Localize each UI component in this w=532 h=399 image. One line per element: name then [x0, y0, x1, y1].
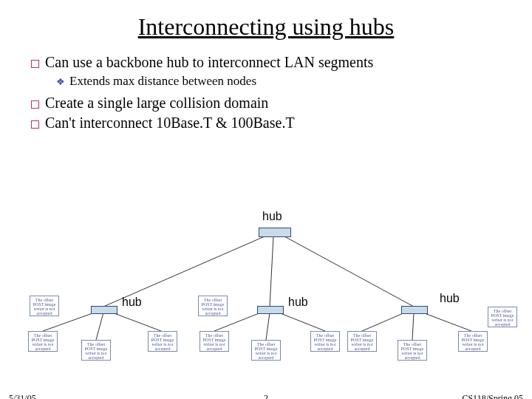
svg-line-11: [423, 313, 471, 331]
node-placeholder: The offset POST image writer is not acce…: [198, 296, 228, 316]
node-placeholder: The offset POST image writer is not acce…: [347, 331, 377, 352]
svg-line-8: [279, 313, 325, 331]
hub-label-top: hub: [262, 210, 282, 223]
bullet-icon: [31, 100, 39, 109]
svg-line-9: [362, 313, 405, 331]
bullet-1: Can use a backbone hub to interconnect L…: [31, 54, 532, 71]
footer-date: 5/31/05: [9, 393, 36, 399]
bullet-3-text: Can't interconnect 10Base.T & 100Base.T: [45, 115, 295, 131]
node-placeholder: The offset POST image writer is not acce…: [398, 340, 427, 361]
sub-bullet-1: ❖Extends max distance between nodes: [56, 74, 532, 89]
bullet-2: Create a single large collision domain: [31, 95, 532, 112]
svg-line-4: [96, 313, 103, 340]
hub-label-center: hub: [288, 296, 308, 309]
hub-box-left: [91, 306, 117, 314]
bullet-2-text: Create a single large collision domain: [45, 95, 268, 111]
node-placeholder: The offset POST image writer is not acce…: [148, 331, 177, 352]
bullet-3: Can't interconnect 10Base.T & 100Base.T: [31, 115, 532, 132]
svg-line-10: [412, 313, 414, 340]
svg-line-7: [266, 313, 270, 340]
node-placeholder: The offset POST image writer is not acce…: [251, 340, 281, 361]
svg-line-5: [112, 313, 161, 331]
hub-box-right: [401, 306, 428, 314]
node-placeholder: The offset POST image writer is not acce…: [200, 331, 229, 352]
footer-course: CS118/Spring 05: [462, 393, 523, 399]
hub-label-right: hub: [440, 292, 460, 305]
node-placeholder: The offset POST image writer is not acce…: [28, 331, 58, 352]
node-placeholder: The offset POST image writer is not acce…: [458, 331, 488, 352]
hub-box-top: [259, 228, 291, 237]
network-diagram: hub hub hub hub The offset POST image wr…: [0, 192, 532, 362]
bullet-1-text: Can use a backbone hub to interconnect L…: [45, 54, 373, 70]
bullet-list: Can use a backbone hub to interconnect L…: [31, 54, 532, 132]
svg-line-1: [270, 236, 273, 307]
bullet-icon: [31, 120, 39, 129]
hub-box-center: [257, 306, 284, 314]
node-placeholder: The offset POST image writer is not acce…: [30, 296, 59, 316]
node-placeholder: The offset POST image writer is not acce…: [310, 331, 340, 352]
sub-bullet-1-text: Extends max distance between nodes: [69, 74, 256, 88]
footer-page: 2: [264, 393, 268, 399]
slide-title: Interconnecting using hubs: [0, 13, 532, 41]
diamond-icon: ❖: [56, 76, 65, 88]
hub-label-left: hub: [122, 296, 142, 309]
node-placeholder: The offset POST image writer is not acce…: [488, 307, 517, 327]
bullet-icon: [31, 60, 39, 68]
node-placeholder: The offset POST image writer is not acce…: [81, 340, 111, 361]
